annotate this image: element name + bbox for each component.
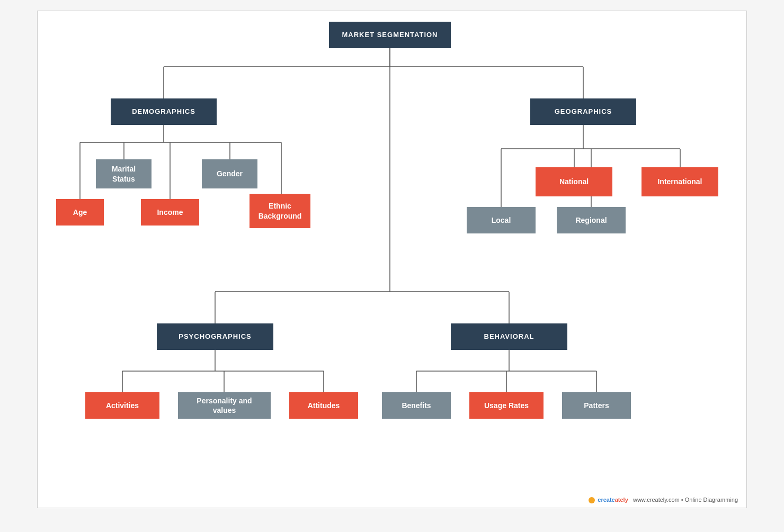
usage-rates-node: Usage Rates [469, 392, 544, 419]
gender-node: Gender [202, 159, 257, 188]
local-node: Local [467, 207, 536, 233]
attitudes-node: Attitudes [289, 392, 358, 419]
patters-node: Patters [562, 392, 631, 419]
regional-node: Regional [557, 207, 626, 233]
international-node: International [642, 167, 718, 196]
behavioral-node: BEHAVIORAL [451, 323, 567, 350]
connector-lines [38, 11, 746, 508]
diagram-container: MARKET SEGMENTATION DEMOGRAPHICS GEOGRAP… [37, 11, 747, 508]
watermark: createately www.creately.com • Online Di… [589, 497, 738, 503]
root-node: MARKET SEGMENTATION [329, 22, 451, 48]
income-node: Income [141, 199, 199, 226]
age-node: Age [56, 199, 104, 226]
psychographics-node: PSYCHOGRAPHICS [157, 323, 273, 350]
ethnic-background-node: Ethnic Background [250, 194, 310, 228]
demographics-node: DEMOGRAPHICS [111, 98, 217, 125]
personality-node: Personality and values [178, 392, 271, 419]
geographics-node: GEOGRAPHICS [530, 98, 636, 125]
activities-node: Activities [85, 392, 159, 419]
benefits-node: Benefits [382, 392, 451, 419]
watermark-text: www.creately.com • Online Diagramming [633, 497, 738, 503]
national-node: National [536, 167, 612, 196]
marital-status-node: Marital Status [96, 159, 152, 188]
